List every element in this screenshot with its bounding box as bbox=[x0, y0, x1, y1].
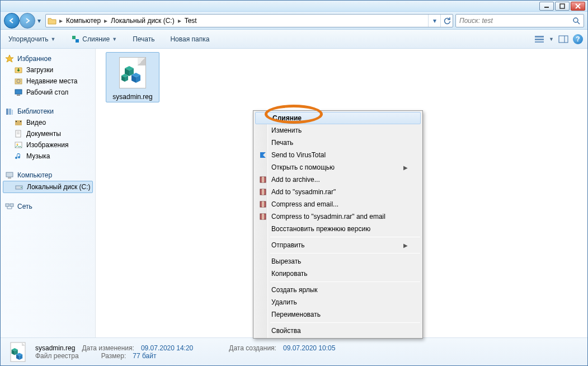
submenu-arrow-icon: ▶ bbox=[403, 242, 408, 248]
music-icon bbox=[14, 152, 23, 161]
winrar-icon bbox=[258, 199, 268, 209]
navbar: ▾ ▸ Компьютер ▸ Локальный диск (C:) ▸ Te… bbox=[1, 12, 587, 30]
print-label: Печать bbox=[133, 35, 154, 43]
ctx-rename[interactable]: Переименовать bbox=[255, 308, 421, 321]
svg-rect-17 bbox=[6, 109, 8, 115]
organize-label: Упорядочить bbox=[8, 35, 48, 43]
svg-rect-16 bbox=[17, 95, 20, 96]
ctx-compressraremail[interactable]: Compress to "sysadmin.rar" and email bbox=[255, 210, 421, 223]
chevron-right-icon[interactable]: ▸ bbox=[58, 17, 64, 25]
titlebar bbox=[1, 1, 587, 12]
ctx-addrar[interactable]: Add to "sysadmin.rar" bbox=[255, 186, 421, 198]
sidebar-label: Рабочий стол bbox=[26, 88, 68, 96]
ctx-edit[interactable]: Изменить bbox=[255, 124, 421, 137]
ctx-restore[interactable]: Восстановить прежнюю версию bbox=[255, 223, 421, 235]
virustotal-icon bbox=[258, 150, 268, 160]
sidebar-item-recent[interactable]: Недавние места bbox=[1, 76, 95, 87]
print-button[interactable]: Печать bbox=[129, 33, 158, 45]
file-item[interactable]: sysadmin.reg bbox=[106, 52, 159, 102]
search-input[interactable]: Поиск: test bbox=[455, 14, 584, 27]
svg-rect-8 bbox=[535, 36, 544, 37]
address-bar[interactable]: ▸ Компьютер ▸ Локальный диск (C:) ▸ Test… bbox=[45, 14, 453, 27]
minimize-button[interactable] bbox=[539, 2, 554, 11]
sidebar-item-local-disk[interactable]: Локальный диск (C:) bbox=[3, 181, 93, 193]
images-icon bbox=[14, 140, 23, 149]
ctx-addarchive[interactable]: Add to archive... bbox=[255, 173, 421, 186]
drive-icon bbox=[15, 182, 23, 191]
crumb-computer[interactable]: Компьютер bbox=[64, 15, 103, 27]
ctx-copy[interactable]: Копировать bbox=[255, 268, 421, 280]
chevron-right-icon[interactable]: ▸ bbox=[177, 17, 182, 25]
sidebar-label: Документы bbox=[26, 130, 61, 138]
refresh-button[interactable] bbox=[440, 15, 453, 27]
desktop-icon bbox=[14, 88, 23, 97]
recent-icon bbox=[14, 77, 23, 86]
details-mod-val: 09.07.2020 14:20 bbox=[141, 344, 193, 352]
view-dropdown[interactable]: ▼ bbox=[549, 36, 554, 42]
ctx-print[interactable]: Печать bbox=[255, 137, 421, 149]
toolbar-right: ▼ ? bbox=[534, 34, 583, 44]
sidebar-label: Локальный диск (C:) bbox=[27, 183, 91, 191]
svg-rect-32 bbox=[6, 204, 9, 207]
svg-rect-38 bbox=[262, 177, 264, 182]
ctx-properties[interactable]: Свойства bbox=[255, 325, 421, 337]
sidebar-item-video[interactable]: Видео bbox=[1, 117, 95, 128]
svg-rect-40 bbox=[262, 189, 264, 195]
ctx-openwith[interactable]: Открыть с помощью▶ bbox=[255, 161, 421, 173]
svg-rect-33 bbox=[10, 204, 13, 207]
svg-rect-29 bbox=[8, 177, 11, 179]
sidebar-item-documents[interactable]: Документы bbox=[1, 128, 95, 139]
sidebar-libraries-head[interactable]: Библиотеки bbox=[1, 106, 95, 117]
ctx-sendto[interactable]: Отправить▶ bbox=[255, 239, 421, 251]
submenu-arrow-icon: ▶ bbox=[403, 165, 408, 171]
addr-dropdown[interactable]: ▾ bbox=[428, 15, 440, 27]
sidebar-label: Музыка bbox=[26, 152, 50, 160]
ctx-merge[interactable]: Слияние bbox=[255, 112, 421, 124]
ctx-delete[interactable]: Удалить bbox=[255, 296, 421, 308]
breadcrumb: ▸ Компьютер ▸ Локальный диск (C:) ▸ Test bbox=[58, 15, 428, 27]
context-menu: Слияние Изменить Печать Send to VirusTot… bbox=[253, 110, 423, 339]
close-button[interactable] bbox=[571, 2, 585, 11]
documents-icon bbox=[14, 129, 23, 138]
sidebar-item-music[interactable]: Музыка bbox=[1, 151, 95, 162]
search-placeholder: Поиск: test bbox=[459, 17, 493, 25]
chevron-right-icon[interactable]: ▸ bbox=[103, 17, 109, 25]
newfolder-button[interactable]: Новая папка bbox=[167, 33, 213, 45]
sidebar-item-desktop[interactable]: Рабочий стол bbox=[1, 87, 95, 98]
sidebar-label: Изображения bbox=[26, 141, 68, 149]
merge-toolbar-button[interactable]: Слияние▼ bbox=[68, 32, 120, 46]
sidebar-computer-head[interactable]: Компьютер bbox=[1, 170, 95, 181]
svg-rect-28 bbox=[6, 172, 13, 177]
forward-button[interactable] bbox=[20, 13, 35, 29]
svg-line-5 bbox=[577, 22, 580, 24]
crumb-drive[interactable]: Локальный диск (C:) bbox=[109, 15, 177, 27]
sidebar-label: Сеть bbox=[17, 203, 32, 210]
sidebar-favorites-head[interactable]: Избранное bbox=[1, 53, 95, 64]
details-filename: sysadmin.reg bbox=[35, 344, 75, 352]
organize-button[interactable]: Упорядочить▼ bbox=[5, 33, 59, 45]
file-list[interactable]: sysadmin.reg Слияние Изменить Печать Sen… bbox=[96, 49, 587, 337]
sidebar-item-downloads[interactable]: Загрузки bbox=[1, 64, 95, 76]
history-dropdown[interactable]: ▾ bbox=[35, 15, 43, 26]
video-icon bbox=[14, 118, 23, 127]
crumb-folder[interactable]: Test bbox=[182, 15, 199, 27]
maximize-button[interactable] bbox=[555, 2, 570, 11]
sidebar-label: Видео bbox=[26, 119, 46, 126]
svg-rect-1 bbox=[560, 4, 565, 8]
svg-rect-18 bbox=[9, 109, 11, 115]
sidebar-item-images[interactable]: Изображения bbox=[1, 139, 95, 151]
ctx-shortcut[interactable]: Создать ярлык bbox=[255, 284, 421, 296]
help-button[interactable]: ? bbox=[573, 34, 583, 44]
ctx-virustotal[interactable]: Send to VirusTotal bbox=[255, 149, 421, 161]
sidebar-network-head[interactable]: Сеть bbox=[1, 201, 95, 212]
computer-icon bbox=[5, 171, 14, 180]
back-button[interactable] bbox=[4, 13, 20, 29]
search-icon bbox=[572, 17, 580, 25]
reg-file-icon bbox=[6, 340, 30, 364]
view-button[interactable] bbox=[534, 34, 544, 44]
preview-pane-button[interactable] bbox=[558, 34, 568, 44]
svg-rect-10 bbox=[535, 41, 544, 43]
ctx-cut[interactable]: Вырезать bbox=[255, 255, 421, 268]
svg-rect-15 bbox=[15, 90, 22, 94]
ctx-compressemail[interactable]: Compress and email... bbox=[255, 198, 421, 210]
